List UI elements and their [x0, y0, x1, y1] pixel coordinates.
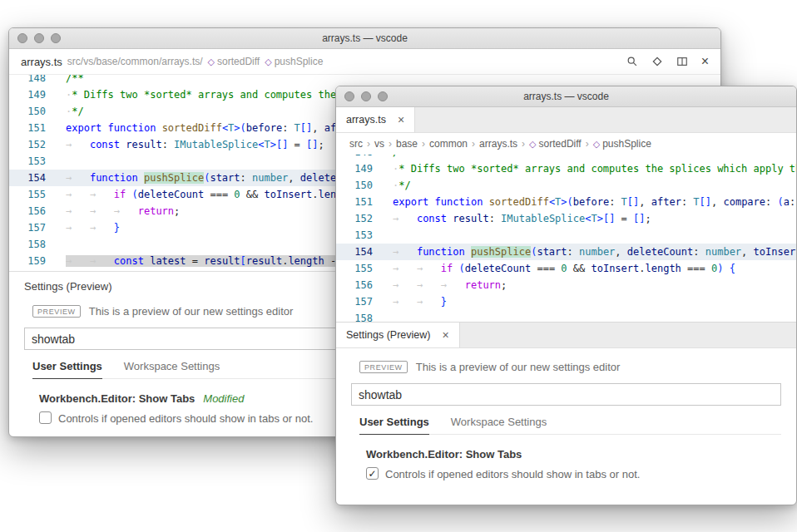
symbol-path-item[interactable]: ◇ pushSplice	[265, 56, 323, 67]
show-tabs-checkbox[interactable]: ✓	[366, 467, 379, 480]
line-number: 158	[9, 236, 46, 253]
code-line-148: 148/**	[336, 155, 796, 160]
breadcrumb-label: src	[349, 138, 363, 150]
close-tab-icon[interactable]: ×	[398, 114, 404, 126]
line-number: 152	[9, 136, 46, 153]
breadcrumb-item[interactable]: vs	[374, 138, 384, 150]
tab-user-settings[interactable]: User Settings	[359, 416, 429, 435]
line-number: 151	[9, 120, 46, 136]
code-line-157: 157→ → }	[336, 293, 796, 310]
setting-row-control: ✓ Controls if opened editors should show…	[366, 467, 781, 481]
line-number: 150	[336, 177, 373, 194]
code-line-148: 148/**	[9, 75, 720, 86]
preview-badge: PREVIEW	[32, 305, 81, 318]
symbol-method-icon: ◇	[529, 140, 536, 149]
setting-description: Controls if opened editors should show i…	[58, 411, 313, 426]
zoom-window-button[interactable]	[51, 33, 61, 43]
close-editor-icon[interactable]: ×	[701, 55, 709, 68]
breadcrumb-item[interactable]: src	[349, 138, 363, 150]
code-text: /**	[46, 75, 84, 86]
chevron-separator-icon: ›	[522, 138, 525, 150]
code-text: → → → return;	[46, 203, 180, 219]
line-number: 156	[336, 277, 373, 293]
symbol-label: pushSplice	[275, 56, 324, 67]
code-text: → const result: IMutableSplice<T>[] = []…	[46, 136, 324, 153]
preview-description: This is a preview of our new settings ed…	[89, 305, 294, 318]
close-window-button[interactable]	[344, 91, 354, 101]
window-title: arrays.ts — vscode	[322, 32, 408, 44]
minimize-window-button[interactable]	[361, 91, 371, 101]
symbol-path-item[interactable]: ◇ sortedDiff	[208, 56, 260, 67]
setting-name: Workbench.Editor: Show Tabs	[39, 392, 195, 405]
close-tab-icon[interactable]: ×	[442, 329, 448, 341]
zoom-window-button[interactable]	[378, 91, 388, 101]
traffic-lights	[17, 33, 61, 43]
editor-title-filename: arrays.ts	[21, 56, 62, 68]
modified-indicator: Modified	[203, 392, 244, 405]
setting-row-header: Workbench.Editor: Show Tabs	[366, 448, 796, 461]
settings-scope-tabs: User Settings Workspace Settings	[359, 416, 781, 435]
settings-search-input[interactable]	[351, 383, 781, 406]
close-window-button[interactable]	[17, 33, 27, 43]
preview-description: This is a preview of our new settings ed…	[416, 361, 621, 373]
line-number: 152	[336, 210, 373, 227]
line-number: 149	[9, 86, 46, 103]
breadcrumb-item[interactable]: ◇sortedDiff	[529, 138, 582, 150]
code-text	[46, 236, 66, 253]
symbol-method-icon: ◇	[593, 140, 600, 149]
line-number: 158	[336, 310, 373, 322]
code-text	[373, 227, 393, 244]
code-editor[interactable]: 148/**149·* Diffs two *sorted* arrays an…	[336, 155, 796, 322]
show-tabs-checkbox[interactable]	[39, 411, 52, 424]
code-line-154: 154→ function pushSplice(start: number, …	[336, 244, 796, 260]
code-lines: 148/**149·* Diffs two *sorted* arrays an…	[336, 155, 796, 322]
open-preview-icon[interactable]	[651, 56, 663, 67]
breadcrumb-label: arrays.ts	[479, 138, 517, 150]
line-number: 156	[9, 203, 46, 219]
code-text: → → const latest = result[result.length …	[46, 253, 360, 269]
titlebar-front[interactable]: arrays.ts — vscode	[336, 86, 796, 107]
code-text: export function sortedDiff<T>(before: T[…	[373, 194, 796, 210]
breadcrumbs: src›vs›base›common›arrays.ts›◇sortedDiff…	[336, 133, 796, 155]
settings-editor: Settings (Preview) × PREVIEW This is a p…	[336, 322, 796, 481]
breadcrumb-label: sortedDiff	[539, 138, 582, 150]
search-icon[interactable]	[626, 56, 638, 67]
breadcrumb-label: pushSplice	[602, 138, 651, 150]
tab-arrays-ts[interactable]: arrays.ts ×	[336, 107, 415, 132]
code-line-156: 156→ → → return;	[336, 277, 796, 293]
tab-settings-preview[interactable]: Settings (Preview) ×	[336, 323, 460, 347]
editor-actions: ×	[626, 55, 709, 68]
code-text: → → }	[46, 219, 120, 236]
breadcrumb-label: vs	[374, 138, 384, 150]
code-text: → → if (deleteCount === 0 && toInsert.le…	[373, 260, 735, 277]
line-number: 153	[336, 227, 373, 244]
code-line-149: 149·* Diffs two *sorted* arrays and comp…	[336, 160, 796, 177]
breadcrumb-item[interactable]: arrays.ts	[479, 138, 517, 150]
tab-workspace-settings[interactable]: Workspace Settings	[124, 360, 220, 378]
settings-tab-bar: Settings (Preview) ×	[336, 322, 796, 348]
tab-label: arrays.ts	[346, 114, 386, 126]
chevron-separator-icon: ›	[367, 138, 370, 150]
chevron-separator-icon: ›	[422, 138, 425, 150]
minimize-window-button[interactable]	[34, 33, 44, 43]
window-title: arrays.ts — vscode	[523, 91, 609, 102]
tab-workspace-settings[interactable]: Workspace Settings	[451, 416, 547, 434]
line-number: 148	[336, 155, 373, 160]
symbol-method-icon: ◇	[208, 57, 215, 66]
titlebar-back[interactable]: arrays.ts — vscode	[9, 28, 720, 49]
symbol-label: sortedDiff	[217, 56, 260, 67]
line-number: 155	[9, 186, 46, 203]
code-line-158: 158	[336, 310, 796, 322]
tab-user-settings[interactable]: User Settings	[32, 360, 102, 379]
breadcrumb-item[interactable]: common	[429, 138, 468, 150]
editor-tab-bar: arrays.ts ×	[336, 107, 796, 133]
breadcrumb-item[interactable]: ◇pushSplice	[593, 138, 651, 150]
line-number: 154	[9, 170, 46, 186]
line-number: 148	[9, 75, 46, 86]
line-number: 150	[9, 103, 46, 120]
line-number: 155	[336, 260, 373, 277]
vscode-window-front: arrays.ts — vscode arrays.ts × src›vs›ba…	[335, 86, 797, 505]
code-line-155: 155→ → if (deleteCount === 0 && toInsert…	[336, 260, 796, 277]
split-editor-icon[interactable]	[676, 56, 688, 67]
breadcrumb-item[interactable]: base	[396, 138, 418, 150]
